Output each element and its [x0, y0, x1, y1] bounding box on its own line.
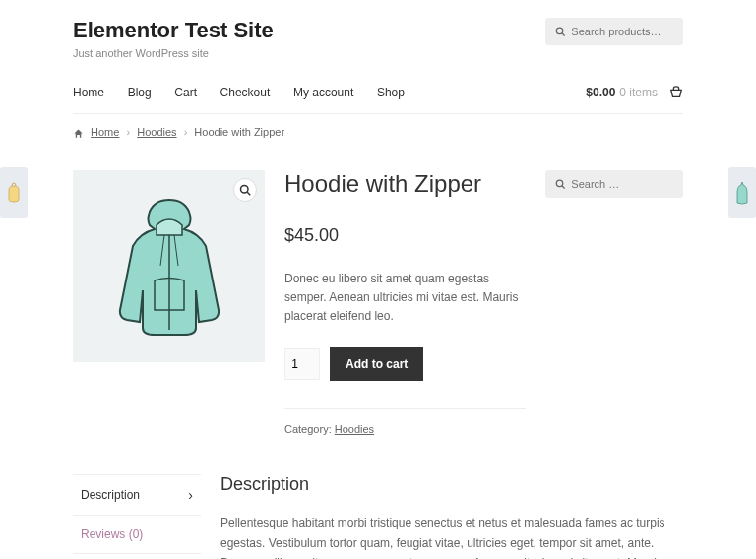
svg-line-3 [247, 192, 250, 195]
cart-count: 0 items [619, 86, 658, 99]
description-body: Pellentesque habitant morbi tristique se… [220, 513, 683, 559]
quantity-input[interactable] [284, 348, 320, 380]
tab-panel-description: Description Pellentesque habitant morbi … [220, 474, 683, 559]
sidebar [545, 170, 683, 436]
svg-point-0 [556, 28, 562, 33]
zoom-button[interactable] [233, 178, 257, 202]
svg-point-7 [556, 180, 562, 186]
nav-checkout[interactable]: Checkout [220, 86, 271, 99]
add-to-cart-form: Add to cart [284, 347, 526, 409]
nav-blog[interactable]: Blog [128, 86, 152, 99]
site-tagline: Just another WordPress site [73, 47, 274, 59]
breadcrumb-sep: › [184, 126, 188, 138]
sidebar-search[interactable] [545, 170, 683, 198]
product-price: $45.00 [284, 225, 526, 246]
mini-cart[interactable]: $0.00 0 items [586, 86, 683, 99]
svg-line-8 [562, 186, 565, 189]
breadcrumb-home[interactable]: Home [91, 126, 119, 138]
primary-nav: Home Blog Cart Checkout My account Shop [73, 85, 424, 99]
category-link[interactable]: Hoodies [335, 423, 374, 435]
search-icon [555, 178, 565, 190]
tab-reviews[interactable]: Reviews (0) [73, 516, 201, 554]
svg-point-2 [241, 185, 249, 193]
magnify-icon [239, 184, 251, 196]
home-icon [73, 128, 84, 139]
nav-account[interactable]: My account [293, 86, 353, 99]
tab-reviews-label: Reviews (0) [81, 528, 143, 541]
nav-shop[interactable]: Shop [377, 86, 405, 99]
breadcrumb-current: Hoodie with Zipper [194, 126, 284, 138]
site-title[interactable]: Elementor Test Site [73, 18, 274, 43]
tab-description-label: Description [81, 488, 140, 502]
product-image[interactable] [105, 192, 233, 340]
product-meta: Category: Hoodies [284, 423, 526, 435]
tab-description[interactable]: Description › [73, 475, 201, 516]
search-icon [555, 26, 565, 37]
product-title: Hoodie with Zipper [284, 170, 526, 198]
product-tabs: Description › Reviews (0) [73, 474, 201, 559]
prev-product-chip[interactable] [0, 167, 28, 218]
sidebar-search-input[interactable] [571, 178, 673, 190]
category-label: Category: [284, 423, 335, 435]
basket-icon [669, 86, 683, 99]
nav-home[interactable]: Home [73, 86, 104, 99]
cart-total: $0.00 [586, 86, 615, 99]
nav-cart[interactable]: Cart [174, 86, 197, 99]
product-search[interactable] [545, 18, 683, 45]
svg-line-1 [562, 33, 565, 36]
breadcrumb-sep: › [126, 126, 130, 138]
product-summary: Hoodie with Zipper $45.00 Donec eu liber… [284, 170, 526, 436]
breadcrumb-category[interactable]: Hoodies [137, 126, 176, 138]
product-search-input[interactable] [571, 26, 673, 37]
breadcrumb: Home › Hoodies › Hoodie with Zipper [73, 114, 683, 151]
next-product-chip[interactable] [728, 167, 756, 218]
chevron-right-icon: › [188, 487, 193, 503]
add-to-cart-button[interactable]: Add to cart [330, 347, 423, 381]
description-heading: Description [220, 474, 683, 495]
short-description: Donec eu libero sit amet quam egestas se… [284, 270, 526, 327]
product-gallery [73, 170, 265, 362]
